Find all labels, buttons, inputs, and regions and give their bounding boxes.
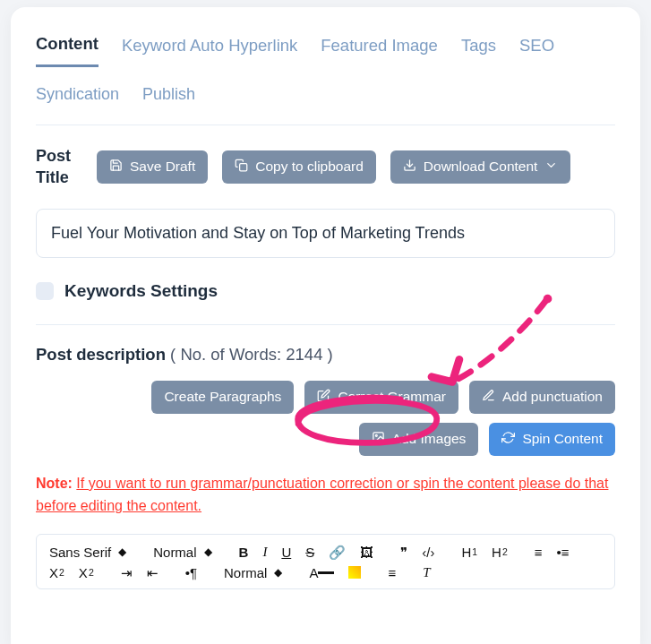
- tab-featured-image[interactable]: Featured Image: [321, 30, 438, 66]
- italic-button[interactable]: I: [262, 545, 267, 559]
- indent-left-button[interactable]: ⇤: [147, 566, 158, 580]
- blockquote-button[interactable]: ❞: [400, 545, 407, 559]
- paragraph-label: Normal: [224, 566, 267, 580]
- correct-grammar-button[interactable]: Correct Grammar: [304, 381, 458, 414]
- svg-point-2: [375, 434, 377, 436]
- tab-content[interactable]: Content: [36, 29, 99, 67]
- font-size-label: Normal: [153, 545, 196, 559]
- text-color-letter: A: [309, 566, 318, 580]
- heading1-button[interactable]: H: [461, 545, 477, 559]
- unordered-list-button[interactable]: •≡: [557, 545, 570, 559]
- add-punctuation-button[interactable]: Add punctuation: [469, 381, 615, 414]
- tabs-primary: Content Keyword Auto Hyperlink Featured …: [36, 29, 615, 67]
- tabs-secondary: Syndication Publish: [36, 67, 615, 116]
- spin-content-label: Spin Content: [522, 431, 603, 447]
- spin-content-button[interactable]: Spin Content: [489, 423, 615, 456]
- word-count-suffix: ): [322, 345, 332, 364]
- strike-button[interactable]: S: [305, 545, 314, 559]
- tab-syndication[interactable]: Syndication: [36, 67, 119, 115]
- post-description-label: Post description: [36, 345, 166, 364]
- tab-tags[interactable]: Tags: [461, 30, 496, 66]
- highlight-swatch-icon: [348, 566, 361, 579]
- ordered-list-button[interactable]: ≡: [535, 545, 543, 559]
- indent-right-button[interactable]: ⇥: [121, 566, 133, 580]
- highlight-button[interactable]: [348, 566, 361, 579]
- add-punctuation-label: Add punctuation: [502, 389, 603, 405]
- text-color-button[interactable]: A: [309, 566, 334, 580]
- save-icon: [109, 159, 123, 176]
- keywords-checkbox[interactable]: [36, 282, 54, 300]
- post-title-label: Post Title: [36, 145, 82, 189]
- font-size-select[interactable]: Normal◆: [153, 545, 211, 559]
- note-prefix: Note:: [36, 476, 73, 491]
- svg-rect-0: [240, 163, 247, 170]
- word-count-value: 2144: [286, 345, 322, 364]
- paragraph-select[interactable]: Normal◆: [224, 566, 282, 580]
- underline-button[interactable]: U: [281, 545, 291, 559]
- copy-icon: [235, 159, 248, 176]
- divider: [36, 324, 615, 325]
- rich-text-editor: Sans Serif◆ Normal◆ B I U S 🔗 🖼 ❞ ‹/›: [36, 534, 615, 589]
- editor-toolbar: Sans Serif◆ Normal◆ B I U S 🔗 🖼 ❞ ‹/›: [44, 542, 607, 583]
- image-button[interactable]: 🖼: [360, 545, 373, 559]
- post-description-heading: Post description ( No. of Words: 2144 ): [36, 345, 615, 365]
- chevron-down-icon: [544, 159, 558, 176]
- pencil-icon: [482, 389, 495, 406]
- download-content-button[interactable]: Download Content: [390, 150, 571, 184]
- divider: [36, 125, 615, 125]
- copy-clipboard-label: Copy to clipboard: [255, 159, 364, 175]
- align-button[interactable]: ≡: [388, 566, 396, 580]
- post-title-input[interactable]: [36, 209, 615, 258]
- caret-icon: ◆: [118, 546, 126, 557]
- link-button[interactable]: 🔗: [329, 545, 346, 559]
- image-icon: [372, 431, 385, 448]
- caret-icon: ◆: [274, 567, 282, 578]
- clear-formatting-button[interactable]: T: [423, 566, 430, 580]
- fade-overlay: [11, 625, 640, 644]
- create-paragraphs-label: Create Paragraphs: [164, 389, 281, 405]
- tab-seo[interactable]: SEO: [519, 30, 554, 66]
- color-bar-icon: [318, 571, 334, 574]
- formatting-button[interactable]: •¶: [185, 566, 197, 580]
- download-icon: [403, 159, 416, 176]
- font-family-label: Sans Serif: [49, 545, 111, 559]
- code-button[interactable]: ‹/›: [422, 545, 434, 559]
- note-link[interactable]: If you want to run grammar/punctuation c…: [36, 476, 608, 514]
- copy-clipboard-button[interactable]: Copy to clipboard: [222, 150, 376, 184]
- edit-icon: [317, 389, 330, 406]
- tab-keyword-hyperlink[interactable]: Keyword Auto Hyperlink: [122, 30, 297, 66]
- warning-note: Note: If you want to run grammar/punctua…: [36, 472, 615, 518]
- correct-grammar-label: Correct Grammar: [338, 389, 446, 405]
- bold-button[interactable]: B: [239, 545, 249, 559]
- keywords-label: Keywords Settings: [64, 281, 218, 301]
- word-count-prefix: ( No. of Words:: [170, 345, 286, 364]
- create-paragraphs-button[interactable]: Create Paragraphs: [151, 381, 294, 414]
- download-content-label: Download Content: [424, 159, 538, 175]
- add-images-label: Add Images: [392, 431, 467, 447]
- caret-icon: ◆: [204, 546, 212, 557]
- save-draft-button[interactable]: Save Draft: [97, 150, 208, 184]
- subscript-button[interactable]: X: [49, 566, 64, 580]
- heading2-button[interactable]: H: [492, 545, 508, 559]
- save-draft-label: Save Draft: [130, 159, 195, 175]
- tab-publish[interactable]: Publish: [142, 67, 195, 115]
- refresh-icon: [501, 431, 515, 448]
- add-images-button[interactable]: Add Images: [359, 423, 479, 456]
- superscript-button[interactable]: X: [79, 566, 94, 580]
- font-family-select[interactable]: Sans Serif◆: [49, 545, 126, 559]
